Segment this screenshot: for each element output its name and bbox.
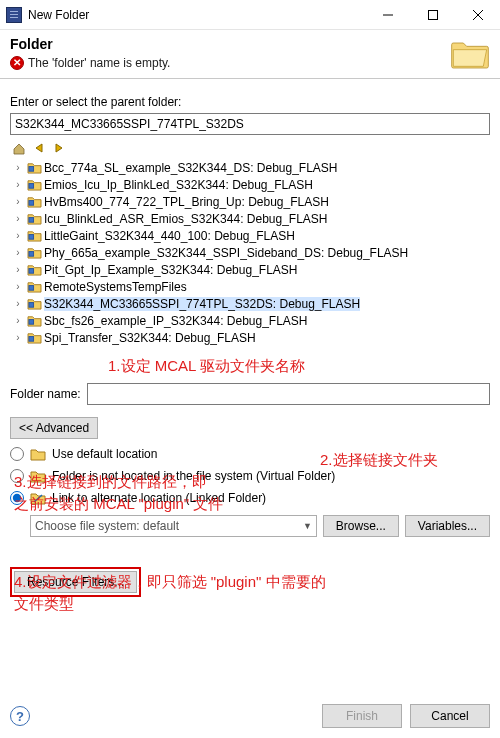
- tree-item-label: S32K344_MC33665SSPI_774TPL_S32DS: Debug_…: [44, 297, 360, 311]
- finish-button[interactable]: Finish: [322, 704, 402, 728]
- banner-error-text: The 'folder' name is empty.: [28, 56, 170, 70]
- tree-item-label: RemoteSystemsTempFiles: [44, 280, 187, 294]
- expand-icon[interactable]: ›: [10, 179, 26, 190]
- expand-icon[interactable]: ›: [10, 196, 26, 207]
- expand-icon[interactable]: ›: [10, 247, 26, 258]
- folder-name-input[interactable]: [87, 383, 490, 405]
- cancel-button[interactable]: Cancel: [410, 704, 490, 728]
- option-default-location[interactable]: Use default location: [10, 447, 490, 461]
- project-folder-icon: [26, 263, 42, 277]
- advanced-toggle[interactable]: << Advanced: [10, 417, 98, 439]
- project-folder-icon: [26, 314, 42, 328]
- tree-item-label: Bcc_774a_SL_example_S32K344_DS: Debug_FL…: [44, 161, 338, 175]
- svg-rect-4: [28, 167, 33, 172]
- tree-item[interactable]: ›Spi_Transfer_S32K344: Debug_FLASH: [10, 329, 490, 346]
- filesystem-select-text: Choose file system: default: [35, 519, 179, 533]
- expand-icon[interactable]: ›: [10, 162, 26, 173]
- tree-item[interactable]: ›Pit_Gpt_Ip_Example_S32K344: Debug_FLASH: [10, 261, 490, 278]
- chevron-down-icon: ▼: [303, 521, 312, 531]
- project-folder-icon: [26, 246, 42, 260]
- browse-button[interactable]: Browse...: [323, 515, 399, 537]
- option-linked-folder[interactable]: Link to alternate location (Linked Folde…: [10, 491, 490, 505]
- titlebar: New Folder: [0, 0, 500, 30]
- option-virtual-folder[interactable]: Folder is not located in the file system…: [10, 469, 490, 483]
- maximize-button[interactable]: [410, 0, 455, 30]
- minimize-button[interactable]: [365, 0, 410, 30]
- project-folder-icon: [26, 229, 42, 243]
- tree-item[interactable]: ›Phy_665a_example_S32K344_SSPI_Sideband_…: [10, 244, 490, 261]
- tree-item[interactable]: ›Icu_BlinkLed_ASR_Emios_S32K344: Debug_F…: [10, 210, 490, 227]
- tree-item[interactable]: ›Sbc_fs26_example_IP_S32K344: Debug_FLAS…: [10, 312, 490, 329]
- expand-icon[interactable]: ›: [10, 332, 26, 343]
- svg-rect-10: [28, 269, 33, 274]
- svg-rect-11: [28, 286, 33, 291]
- tree-item-label: Spi_Transfer_S32K344: Debug_FLASH: [44, 331, 256, 345]
- tree-item-label: Phy_665a_example_S32K344_SSPI_Sideband_D…: [44, 246, 408, 260]
- filesystem-select[interactable]: Choose file system: default ▼: [30, 515, 317, 537]
- annotation-1: 1.设定 MCAL 驱动文件夹名称: [108, 357, 305, 376]
- close-button[interactable]: [455, 0, 500, 30]
- project-folder-icon: [26, 212, 42, 226]
- expand-icon[interactable]: ›: [10, 230, 26, 241]
- svg-rect-8: [28, 235, 33, 240]
- project-folder-icon: [26, 331, 42, 345]
- svg-rect-13: [28, 320, 33, 325]
- tree-item-label: Icu_BlinkLed_ASR_Emios_S32K344: Debug_FL…: [44, 212, 328, 226]
- tree-item[interactable]: ›Bcc_774a_SL_example_S32K344_DS: Debug_F…: [10, 159, 490, 176]
- tree-item[interactable]: ›RemoteSystemsTempFiles: [10, 278, 490, 295]
- tree-item-label: Emios_Icu_Ip_BlinkLed_S32K344: Debug_FLA…: [44, 178, 313, 192]
- resource-filters-highlight: Resource Filters...: [10, 567, 141, 597]
- project-tree[interactable]: ›Bcc_774a_SL_example_S32K344_DS: Debug_F…: [10, 159, 490, 347]
- svg-rect-12: [28, 303, 33, 308]
- app-icon: [6, 7, 22, 23]
- help-icon[interactable]: ?: [10, 706, 30, 726]
- parent-folder-input[interactable]: [10, 113, 490, 135]
- tree-item-label: Pit_Gpt_Ip_Example_S32K344: Debug_FLASH: [44, 263, 298, 277]
- project-folder-icon: [26, 178, 42, 192]
- tree-item[interactable]: ›Emios_Icu_Ip_BlinkLed_S32K344: Debug_FL…: [10, 176, 490, 193]
- banner-title: Folder: [10, 36, 442, 52]
- home-icon[interactable]: [10, 139, 28, 157]
- expand-icon[interactable]: ›: [10, 264, 26, 275]
- resource-filters-button[interactable]: Resource Filters...: [14, 571, 137, 593]
- banner: Folder ✕ The 'folder' name is empty.: [0, 30, 500, 79]
- expand-icon[interactable]: ›: [10, 213, 26, 224]
- dialog-body: Enter or select the parent folder: ›Bcc_…: [0, 79, 500, 597]
- tree-item-label: HvBms400_774_722_TPL_Bring_Up: Debug_FLA…: [44, 195, 329, 209]
- footer: ? Finish Cancel: [0, 694, 500, 738]
- option-virtual-label: Folder is not located in the file system…: [52, 469, 335, 483]
- window-title: New Folder: [28, 8, 365, 22]
- tree-item[interactable]: ›LittleGaint_S32K344_440_100: Debug_FLAS…: [10, 227, 490, 244]
- svg-rect-1: [428, 10, 437, 19]
- project-folder-icon: [26, 161, 42, 175]
- radio-virtual[interactable]: [10, 469, 24, 483]
- svg-rect-6: [28, 201, 33, 206]
- option-linked-label: Link to alternate location (Linked Folde…: [52, 491, 266, 505]
- tree-item[interactable]: ›HvBms400_774_722_TPL_Bring_Up: Debug_FL…: [10, 193, 490, 210]
- svg-rect-7: [28, 218, 33, 223]
- tree-item-label: LittleGaint_S32K344_440_100: Debug_FLASH: [44, 229, 295, 243]
- tree-item-label: Sbc_fs26_example_IP_S32K344: Debug_FLASH: [44, 314, 308, 328]
- folder-name-label: Folder name:: [10, 387, 81, 401]
- radio-linked[interactable]: [10, 491, 24, 505]
- folder-icon: [30, 447, 46, 461]
- expand-icon[interactable]: ›: [10, 281, 26, 292]
- expand-icon[interactable]: ›: [10, 315, 26, 326]
- folder-link-icon: [30, 491, 46, 505]
- variables-button[interactable]: Variables...: [405, 515, 490, 537]
- folder-icon: [30, 469, 46, 483]
- back-arrow-icon[interactable]: [30, 139, 48, 157]
- svg-rect-14: [28, 337, 33, 342]
- tree-item[interactable]: ›S32K344_MC33665SSPI_774TPL_S32DS: Debug…: [10, 295, 490, 312]
- forward-arrow-icon[interactable]: [50, 139, 68, 157]
- svg-rect-9: [28, 252, 33, 257]
- annotation-4b: 文件类型: [14, 595, 74, 614]
- project-folder-icon: [26, 280, 42, 294]
- project-folder-icon: [26, 195, 42, 209]
- option-default-label: Use default location: [52, 447, 157, 461]
- svg-rect-5: [28, 184, 33, 189]
- radio-default[interactable]: [10, 447, 24, 461]
- parent-folder-label: Enter or select the parent folder:: [10, 95, 490, 109]
- expand-icon[interactable]: ›: [10, 298, 26, 309]
- folder-large-icon: [450, 36, 490, 70]
